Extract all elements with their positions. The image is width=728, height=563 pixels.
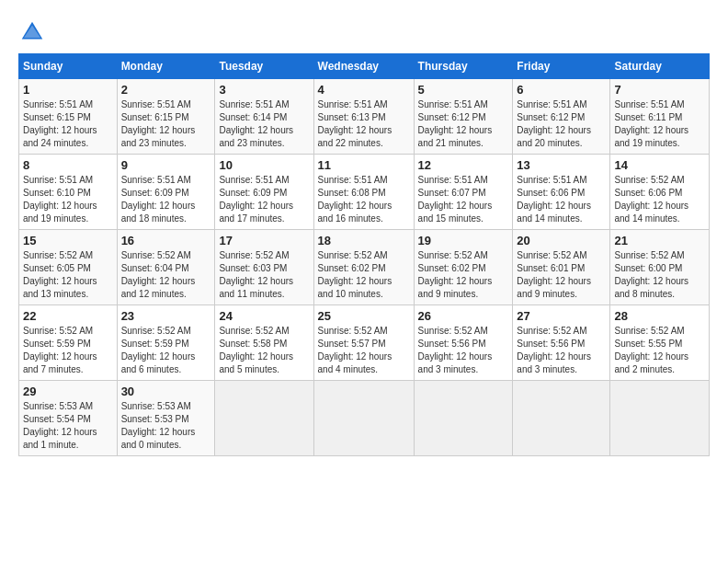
- day-number: 2: [121, 83, 211, 97]
- day-detail: Sunrise: 5:52 AM Sunset: 5:58 PM Dayligh…: [219, 325, 309, 376]
- day-number: 20: [517, 234, 606, 247]
- day-number: 27: [517, 309, 606, 323]
- day-number: 15: [23, 234, 113, 247]
- day-number: 3: [219, 83, 309, 97]
- day-number: 19: [418, 234, 509, 247]
- weekday-header-friday: Friday: [513, 54, 610, 79]
- day-detail: Sunrise: 5:52 AM Sunset: 6:05 PM Dayligh…: [23, 249, 113, 301]
- calendar-cell: 2 Sunrise: 5:51 AM Sunset: 6:15 PM Dayli…: [117, 79, 215, 155]
- calendar-week-3: 15 Sunrise: 5:52 AM Sunset: 6:05 PM Dayl…: [19, 230, 710, 305]
- calendar-cell: 16 Sunrise: 5:52 AM Sunset: 6:04 PM Dayl…: [117, 230, 215, 305]
- calendar-cell: 10 Sunrise: 5:51 AM Sunset: 6:09 PM Dayl…: [215, 155, 313, 230]
- day-detail: Sunrise: 5:52 AM Sunset: 5:55 PM Dayligh…: [614, 325, 705, 376]
- calendar-cell: 6 Sunrise: 5:51 AM Sunset: 6:12 PM Dayli…: [513, 79, 610, 155]
- day-number: 22: [23, 309, 113, 323]
- day-detail: Sunrise: 5:53 AM Sunset: 5:53 PM Dayligh…: [121, 400, 211, 452]
- calendar-cell: 22 Sunrise: 5:52 AM Sunset: 5:59 PM Dayl…: [19, 305, 118, 381]
- calendar-cell: 21 Sunrise: 5:52 AM Sunset: 6:00 PM Dayl…: [610, 230, 710, 305]
- weekday-header-tuesday: Tuesday: [215, 54, 313, 79]
- calendar-week-4: 22 Sunrise: 5:52 AM Sunset: 5:59 PM Dayl…: [19, 305, 710, 381]
- day-number: 14: [614, 158, 705, 172]
- calendar-cell: 13 Sunrise: 5:51 AM Sunset: 6:06 PM Dayl…: [513, 155, 610, 230]
- calendar-cell: 5 Sunrise: 5:51 AM Sunset: 6:12 PM Dayli…: [414, 79, 513, 155]
- day-detail: Sunrise: 5:51 AM Sunset: 6:09 PM Dayligh…: [219, 174, 309, 225]
- day-detail: Sunrise: 5:51 AM Sunset: 6:10 PM Dayligh…: [23, 174, 113, 225]
- day-detail: Sunrise: 5:52 AM Sunset: 5:56 PM Dayligh…: [418, 325, 509, 376]
- calendar-week-2: 8 Sunrise: 5:51 AM Sunset: 6:10 PM Dayli…: [19, 155, 710, 230]
- weekday-header-wednesday: Wednesday: [313, 54, 414, 79]
- calendar-week-1: 1 Sunrise: 5:51 AM Sunset: 6:15 PM Dayli…: [19, 79, 710, 155]
- day-number: 29: [23, 385, 113, 398]
- calendar-cell: 8 Sunrise: 5:51 AM Sunset: 6:10 PM Dayli…: [19, 155, 118, 230]
- calendar-cell: 12 Sunrise: 5:51 AM Sunset: 6:07 PM Dayl…: [414, 155, 513, 230]
- day-number: 16: [121, 234, 211, 247]
- calendar-cell: 17 Sunrise: 5:52 AM Sunset: 6:03 PM Dayl…: [215, 230, 313, 305]
- calendar: SundayMondayTuesdayWednesdayThursdayFrid…: [18, 53, 710, 456]
- day-number: 13: [517, 158, 606, 172]
- calendar-cell: 3 Sunrise: 5:51 AM Sunset: 6:14 PM Dayli…: [215, 79, 313, 155]
- day-number: 24: [219, 309, 309, 323]
- calendar-cell: 24 Sunrise: 5:52 AM Sunset: 5:58 PM Dayl…: [215, 305, 313, 381]
- day-detail: Sunrise: 5:52 AM Sunset: 5:59 PM Dayligh…: [23, 325, 113, 376]
- weekday-header-monday: Monday: [117, 54, 215, 79]
- day-number: 17: [219, 234, 309, 247]
- calendar-cell: 30 Sunrise: 5:53 AM Sunset: 5:53 PM Dayl…: [117, 381, 215, 456]
- day-number: 26: [418, 309, 509, 323]
- day-number: 7: [614, 83, 705, 97]
- calendar-cell: 1 Sunrise: 5:51 AM Sunset: 6:15 PM Dayli…: [19, 79, 118, 155]
- day-number: 1: [23, 83, 113, 97]
- day-detail: Sunrise: 5:52 AM Sunset: 5:56 PM Dayligh…: [517, 325, 606, 376]
- day-number: 10: [219, 158, 309, 172]
- day-number: 25: [318, 309, 410, 323]
- day-detail: Sunrise: 5:52 AM Sunset: 6:04 PM Dayligh…: [121, 249, 211, 301]
- calendar-cell: 9 Sunrise: 5:51 AM Sunset: 6:09 PM Dayli…: [117, 155, 215, 230]
- day-number: 23: [121, 309, 211, 323]
- day-number: 8: [23, 158, 113, 172]
- day-detail: Sunrise: 5:51 AM Sunset: 6:14 PM Dayligh…: [219, 98, 309, 150]
- logo: [18, 18, 50, 46]
- calendar-cell: 27 Sunrise: 5:52 AM Sunset: 5:56 PM Dayl…: [513, 305, 610, 381]
- day-detail: Sunrise: 5:51 AM Sunset: 6:15 PM Dayligh…: [23, 98, 113, 150]
- calendar-cell: [215, 381, 313, 456]
- day-detail: Sunrise: 5:52 AM Sunset: 5:57 PM Dayligh…: [318, 325, 410, 376]
- day-detail: Sunrise: 5:51 AM Sunset: 6:15 PM Dayligh…: [121, 98, 211, 150]
- day-number: 4: [318, 83, 410, 97]
- calendar-cell: 7 Sunrise: 5:51 AM Sunset: 6:11 PM Dayli…: [610, 79, 710, 155]
- day-detail: Sunrise: 5:51 AM Sunset: 6:12 PM Dayligh…: [418, 98, 509, 150]
- calendar-cell: 19 Sunrise: 5:52 AM Sunset: 6:02 PM Dayl…: [414, 230, 513, 305]
- calendar-cell: 26 Sunrise: 5:52 AM Sunset: 5:56 PM Dayl…: [414, 305, 513, 381]
- calendar-cell: 4 Sunrise: 5:51 AM Sunset: 6:13 PM Dayli…: [313, 79, 414, 155]
- day-number: 21: [614, 234, 705, 247]
- day-number: 9: [121, 158, 211, 172]
- day-number: 11: [318, 158, 410, 172]
- weekday-header-thursday: Thursday: [414, 54, 513, 79]
- calendar-cell: [610, 381, 710, 456]
- calendar-cell: 14 Sunrise: 5:52 AM Sunset: 6:06 PM Dayl…: [610, 155, 710, 230]
- calendar-cell: 15 Sunrise: 5:52 AM Sunset: 6:05 PM Dayl…: [19, 230, 118, 305]
- day-detail: Sunrise: 5:52 AM Sunset: 5:59 PM Dayligh…: [121, 325, 211, 376]
- calendar-week-5: 29 Sunrise: 5:53 AM Sunset: 5:54 PM Dayl…: [19, 381, 710, 456]
- day-number: 18: [318, 234, 410, 247]
- day-number: 28: [614, 309, 705, 323]
- calendar-header: SundayMondayTuesdayWednesdayThursdayFrid…: [19, 54, 710, 79]
- day-detail: Sunrise: 5:51 AM Sunset: 6:06 PM Dayligh…: [517, 174, 606, 225]
- calendar-cell: 20 Sunrise: 5:52 AM Sunset: 6:01 PM Dayl…: [513, 230, 610, 305]
- calendar-cell: 28 Sunrise: 5:52 AM Sunset: 5:55 PM Dayl…: [610, 305, 710, 381]
- day-detail: Sunrise: 5:53 AM Sunset: 5:54 PM Dayligh…: [23, 400, 113, 452]
- weekday-header-saturday: Saturday: [610, 54, 710, 79]
- day-detail: Sunrise: 5:52 AM Sunset: 6:01 PM Dayligh…: [517, 249, 606, 301]
- calendar-cell: [513, 381, 610, 456]
- day-number: 30: [121, 385, 211, 398]
- calendar-cell: [414, 381, 513, 456]
- calendar-cell: 25 Sunrise: 5:52 AM Sunset: 5:57 PM Dayl…: [313, 305, 414, 381]
- day-detail: Sunrise: 5:52 AM Sunset: 6:06 PM Dayligh…: [614, 174, 705, 225]
- calendar-cell: 23 Sunrise: 5:52 AM Sunset: 5:59 PM Dayl…: [117, 305, 215, 381]
- day-detail: Sunrise: 5:52 AM Sunset: 6:02 PM Dayligh…: [418, 249, 509, 301]
- day-detail: Sunrise: 5:52 AM Sunset: 6:02 PM Dayligh…: [318, 249, 410, 301]
- page-header: [18, 18, 710, 46]
- day-detail: Sunrise: 5:51 AM Sunset: 6:09 PM Dayligh…: [121, 174, 211, 225]
- day-detail: Sunrise: 5:52 AM Sunset: 6:03 PM Dayligh…: [219, 249, 309, 301]
- day-number: 5: [418, 83, 509, 97]
- weekday-header-sunday: Sunday: [19, 54, 118, 79]
- day-number: 6: [517, 83, 606, 97]
